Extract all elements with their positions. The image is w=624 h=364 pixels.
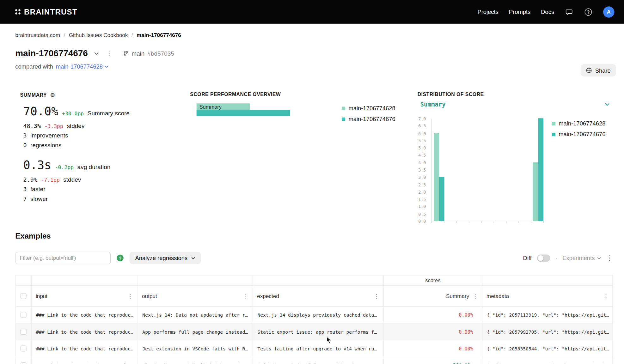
cell-metadata: { "id": 2058350544, "url": "https://api.…	[482, 340, 613, 357]
row-checkbox[interactable]	[21, 362, 27, 364]
comparison-experiment-link[interactable]: main-1706774628	[56, 63, 109, 70]
summary-metrics: 70.0% +30.0pp Summary score 48.3% -3.3pp…	[23, 104, 130, 204]
x-axis-tick	[506, 221, 506, 223]
chevron-down-icon	[605, 103, 609, 106]
examples-table: scores input⋮ output⋮ expected⋮ Summary⋮…	[15, 275, 613, 364]
overview-bar-label: Summary	[199, 104, 222, 110]
title-chevron-down-icon[interactable]	[92, 49, 101, 58]
share-button[interactable]: Share	[581, 64, 616, 76]
duration-stddev-label: stddev	[63, 175, 81, 184]
help-icon[interactable]: ?	[584, 7, 593, 16]
overview-bar	[197, 110, 290, 116]
x-axis-tick	[494, 221, 494, 223]
row-checkbox[interactable]	[21, 346, 27, 352]
col-header-output: output	[142, 293, 157, 299]
column-menu-icon[interactable]: ⋮	[472, 293, 478, 299]
table-header-row: input⋮ output⋮ expected⋮ Summary⋮ metada…	[15, 286, 612, 307]
brand-name: BRAINTRUST	[24, 7, 77, 16]
cell-output: Next.js 14: Data not updating after r…	[138, 307, 253, 323]
breadcrumb: braintrustdata.com / Github Issues Cookb…	[15, 32, 181, 38]
cell-metadata: { "id": 2057595179, "url": "https://api.…	[482, 357, 613, 364]
legend-label: main-1706774628	[559, 120, 605, 127]
y-axis-tick-label: 1.0	[414, 204, 426, 209]
table-row[interactable]: ### Link to the code that reproduc… Jest…	[15, 340, 612, 357]
table-options-kebab-icon[interactable]: ⋮	[606, 255, 613, 261]
cell-expected: Next.js 14 displays previously cached da…	[253, 307, 383, 323]
overview-bar: Summary	[197, 103, 250, 110]
chevron-down-icon	[191, 257, 195, 259]
row-checkbox[interactable]	[21, 329, 27, 335]
col-header-metadata: metadata	[486, 293, 509, 299]
x-axis-tick	[518, 221, 519, 223]
select-all-checkbox[interactable]	[21, 293, 27, 299]
x-axis-tick	[531, 221, 531, 223]
commit-hash: #bd57035	[147, 50, 174, 57]
git-branch-icon	[123, 50, 129, 56]
summary-panel-title: SUMMARY ⚙	[20, 92, 55, 98]
y-axis-tick-label: 5.0	[414, 146, 426, 150]
row-checkbox[interactable]	[21, 312, 27, 318]
faster-count: 3	[23, 185, 27, 194]
slower-count: 7	[23, 194, 27, 203]
title-kebab-menu-icon[interactable]: ⋮	[105, 49, 113, 58]
filter-input[interactable]	[15, 252, 111, 264]
nav-link-docs[interactable]: Docs	[541, 9, 554, 15]
brand-logo[interactable]: BRAINTRUST	[15, 7, 77, 16]
nav-link-projects[interactable]: Projects	[477, 9, 498, 15]
view-controls: Diff · Experiments ⋮	[523, 252, 613, 264]
breadcrumb-project[interactable]: Github Issues Cookbook	[69, 32, 128, 38]
gear-icon[interactable]: ⚙	[50, 92, 55, 98]
user-avatar[interactable]: A	[603, 6, 615, 18]
filter-help-icon[interactable]: ?	[117, 255, 124, 262]
diff-toggle[interactable]	[537, 254, 550, 262]
score-overview-title: SCORE PERFORMANCE OVERVIEW	[190, 92, 281, 98]
improvements-count: 3	[23, 131, 27, 140]
experiments-dropdown[interactable]: Experiments	[562, 255, 601, 261]
cell-summary-score: 100.00%	[383, 357, 482, 364]
mouse-cursor	[326, 336, 332, 344]
column-menu-icon[interactable]: ⋮	[128, 293, 134, 299]
y-axis-tick-label: 3.5	[414, 167, 426, 172]
avg-duration-delta: -0.2pp	[55, 160, 74, 175]
distribution-panel-title: DISTRIBUTION OF SCORE	[418, 92, 484, 98]
column-menu-icon[interactable]: ⋮	[603, 293, 609, 299]
cell-expected: initialCanonicalUrl is not taking into a…	[253, 357, 383, 364]
dist-y-axis: 7.06.56.05.55.04.54.03.53.02.52.01.51.00…	[415, 119, 427, 221]
table-row[interactable]: ### Link to the code that reproduc… App …	[15, 324, 612, 340]
distribution-metric-selector[interactable]: Summary	[420, 101, 610, 108]
feedback-chat-icon[interactable]	[565, 7, 573, 16]
histogram-bar	[434, 133, 439, 221]
histogram-bar	[439, 177, 444, 221]
column-menu-icon[interactable]: ⋮	[374, 293, 379, 299]
regressions-count: 0	[23, 141, 27, 150]
faster-label: faster	[30, 185, 46, 194]
selected-metric: Summary	[420, 101, 446, 108]
breadcrumb-org[interactable]: braintrustdata.com	[15, 32, 60, 38]
x-axis-tick	[431, 221, 432, 223]
column-menu-icon[interactable]: ⋮	[243, 293, 249, 299]
legend-swatch-icon	[552, 132, 555, 136]
cell-summary-score: 0.00%	[383, 324, 482, 340]
table-row[interactable]: ### Link to the code that reproduc… Miss…	[15, 357, 612, 364]
avg-duration-label: avg duration	[77, 160, 111, 174]
summary-score-value: 70.0%	[23, 104, 58, 119]
legend-item: main-1706774676	[552, 131, 606, 137]
summary-score-label: Summary score	[88, 106, 130, 121]
score-stddev-delta: -3.3pp	[44, 121, 63, 130]
analyze-regressions-button[interactable]: Analyze regressions	[130, 252, 201, 264]
table-group-header-row: scores	[15, 276, 612, 286]
chevron-down-icon	[105, 65, 109, 68]
distribution-legend: main-1706774628main-1706774676	[552, 120, 606, 138]
diff-label: Diff	[523, 255, 532, 261]
nav-link-prompts[interactable]: Prompts	[509, 9, 531, 15]
y-axis-tick-label: 0.0	[414, 219, 426, 224]
experiment-header: main-1706774676 ⋮ main #bd57035	[15, 48, 174, 58]
histogram-bar	[538, 118, 543, 221]
y-axis-tick-label: 7.0	[414, 116, 426, 121]
legend-item: main-1706774676	[342, 116, 395, 122]
table-row[interactable]: ### Link to the code that reproduc… Next…	[15, 307, 612, 324]
cell-expected: Tests failing after upgrade to v14 when …	[253, 340, 383, 357]
cell-input: ### Link to the code that reproduc…	[31, 357, 138, 364]
legend-swatch-icon	[342, 106, 345, 110]
cell-input: ### Link to the code that reproduc…	[31, 307, 138, 323]
